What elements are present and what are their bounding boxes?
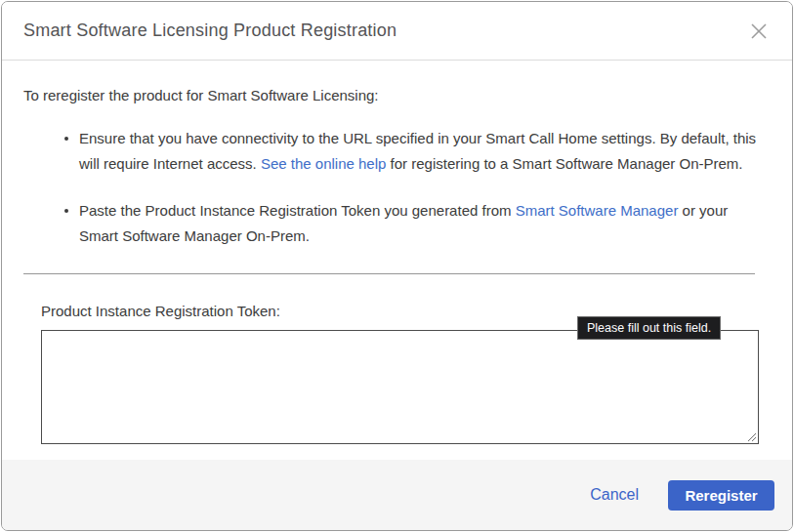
close-button[interactable] bbox=[745, 18, 773, 45]
intro-text: To reregister the product for Smart Soft… bbox=[23, 86, 771, 105]
bullet-text-pre: Paste the Product Instance Registration … bbox=[79, 202, 516, 219]
smart-software-manager-link[interactable]: Smart Software Manager bbox=[516, 202, 679, 219]
validation-tooltip: Please fill out this field. bbox=[577, 316, 721, 340]
online-help-link[interactable]: See the online help bbox=[261, 155, 386, 172]
token-input[interactable] bbox=[41, 330, 759, 444]
token-textarea-wrap bbox=[41, 330, 759, 444]
dialog-header: Smart Software Licensing Product Registr… bbox=[2, 2, 792, 61]
close-icon bbox=[749, 21, 769, 41]
instruction-item-token: Paste the Product Instance Registration … bbox=[63, 198, 767, 249]
validation-tooltip-text: Please fill out this field. bbox=[587, 321, 711, 335]
instruction-list: Ensure that you have connectivity to the… bbox=[63, 126, 767, 249]
dialog-body: To reregister the product for Smart Soft… bbox=[2, 61, 792, 444]
registration-dialog: Smart Software Licensing Product Registr… bbox=[1, 1, 793, 531]
bullet-text-post: for registering to a Smart Software Mana… bbox=[386, 155, 742, 172]
dialog-footer: Cancel Reregister bbox=[2, 460, 792, 530]
dialog-title: Smart Software Licensing Product Registr… bbox=[23, 20, 397, 41]
section-divider bbox=[23, 273, 755, 274]
reregister-button[interactable]: Reregister bbox=[668, 480, 774, 511]
cancel-button[interactable]: Cancel bbox=[588, 482, 641, 508]
instruction-item-connectivity: Ensure that you have connectivity to the… bbox=[63, 126, 767, 177]
